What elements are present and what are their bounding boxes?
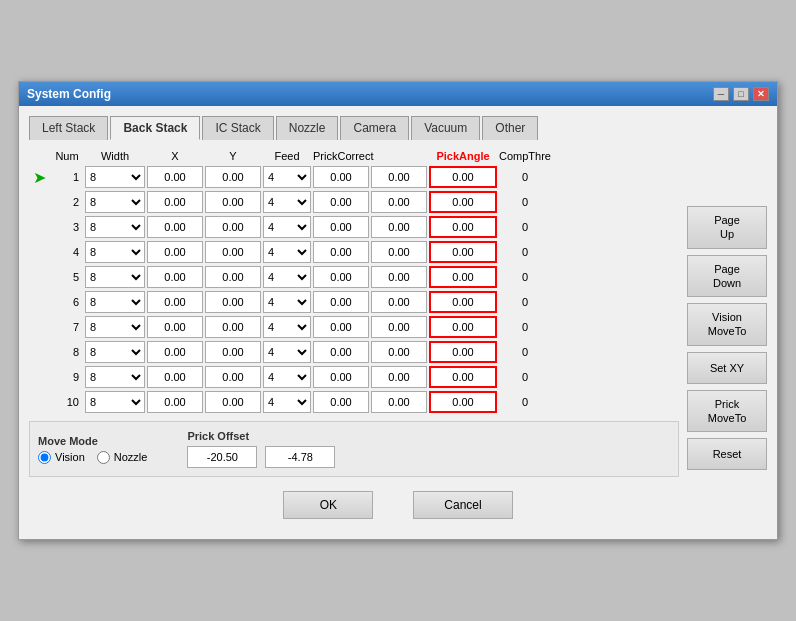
col-feed: Feed	[263, 150, 311, 162]
feed-select[interactable]: 24812	[263, 366, 311, 388]
prick-correct-2[interactable]	[371, 341, 427, 363]
page-down-button[interactable]: PageDown	[687, 255, 767, 298]
pick-angle-input[interactable]	[429, 266, 497, 288]
x-input[interactable]	[147, 341, 203, 363]
prick-offset-y[interactable]	[265, 446, 335, 468]
prick-correct-2[interactable]	[371, 191, 427, 213]
prick-correct-2[interactable]	[371, 216, 427, 238]
width-select[interactable]: 48121624	[85, 316, 145, 338]
y-input[interactable]	[205, 166, 261, 188]
prick-correct-1[interactable]	[313, 166, 369, 188]
prick-correct-2[interactable]	[371, 316, 427, 338]
width-select[interactable]: 48121624	[85, 291, 145, 313]
pick-angle-input[interactable]	[429, 316, 497, 338]
ok-button[interactable]: OK	[283, 491, 373, 519]
width-select[interactable]: 48121624	[85, 366, 145, 388]
reset-button[interactable]: Reset	[687, 438, 767, 470]
pick-angle-input[interactable]	[429, 241, 497, 263]
x-input[interactable]	[147, 291, 203, 313]
close-button[interactable]: ✕	[753, 87, 769, 101]
nozzle-radio[interactable]	[97, 451, 110, 464]
pick-angle-input[interactable]	[429, 391, 497, 413]
width-select[interactable]: 48121624	[85, 341, 145, 363]
prick-correct-2[interactable]	[371, 366, 427, 388]
width-select[interactable]: 48121624	[85, 216, 145, 238]
pick-angle-input[interactable]	[429, 366, 497, 388]
feed-select[interactable]: 24812	[263, 191, 311, 213]
y-input[interactable]	[205, 266, 261, 288]
vision-radio-label[interactable]: Vision	[38, 451, 85, 464]
cancel-button[interactable]: Cancel	[413, 491, 512, 519]
prick-correct-1[interactable]	[313, 191, 369, 213]
tab-ic-stack[interactable]: IC Stack	[202, 116, 273, 140]
y-input[interactable]	[205, 241, 261, 263]
vision-move-to-button[interactable]: VisionMoveTo	[687, 303, 767, 346]
x-input[interactable]	[147, 391, 203, 413]
prick-offset-x[interactable]	[187, 446, 257, 468]
pick-angle-input[interactable]	[429, 191, 497, 213]
prick-correct-1[interactable]	[313, 366, 369, 388]
nozzle-radio-label[interactable]: Nozzle	[97, 451, 148, 464]
pick-angle-input[interactable]	[429, 216, 497, 238]
comp-thre-value: 0	[499, 396, 551, 408]
tab-back-stack[interactable]: Back Stack	[110, 116, 200, 140]
page-up-button[interactable]: PageUp	[687, 206, 767, 249]
x-input[interactable]	[147, 316, 203, 338]
y-input[interactable]	[205, 216, 261, 238]
x-input[interactable]	[147, 366, 203, 388]
tab-other[interactable]: Other	[482, 116, 538, 140]
x-input[interactable]	[147, 266, 203, 288]
x-input[interactable]	[147, 216, 203, 238]
y-input[interactable]	[205, 291, 261, 313]
feed-select[interactable]: 24812	[263, 341, 311, 363]
prick-move-to-button[interactable]: PrickMoveTo	[687, 390, 767, 433]
prick-correct-2[interactable]	[371, 166, 427, 188]
y-input[interactable]	[205, 191, 261, 213]
tab-camera[interactable]: Camera	[340, 116, 409, 140]
pick-angle-input[interactable]	[429, 291, 497, 313]
feed-select[interactable]: 24812	[263, 216, 311, 238]
prick-correct-1[interactable]	[313, 266, 369, 288]
pick-angle-input[interactable]	[429, 341, 497, 363]
minimize-button[interactable]: ─	[713, 87, 729, 101]
feed-select[interactable]: 24812	[263, 241, 311, 263]
feed-select[interactable]: 24812	[263, 316, 311, 338]
tab-vacuum[interactable]: Vacuum	[411, 116, 480, 140]
maximize-button[interactable]: □	[733, 87, 749, 101]
prick-correct-1[interactable]	[313, 391, 369, 413]
vision-label: Vision	[55, 451, 85, 463]
pick-angle-input[interactable]	[429, 166, 497, 188]
prick-correct-1[interactable]	[313, 291, 369, 313]
x-input[interactable]	[147, 241, 203, 263]
y-input[interactable]	[205, 391, 261, 413]
width-select[interactable]: 48121624	[85, 266, 145, 288]
row-num: 3	[51, 221, 83, 233]
tab-left-stack[interactable]: Left Stack	[29, 116, 108, 140]
width-select[interactable]: 48121624	[85, 166, 145, 188]
width-select[interactable]: 48121624	[85, 191, 145, 213]
prick-correct-1[interactable]	[313, 341, 369, 363]
feed-select[interactable]: 24812	[263, 166, 311, 188]
prick-correct-1[interactable]	[313, 241, 369, 263]
prick-correct-1[interactable]	[313, 316, 369, 338]
feed-select[interactable]: 24812	[263, 391, 311, 413]
vision-radio[interactable]	[38, 451, 51, 464]
feed-select[interactable]: 24812	[263, 266, 311, 288]
y-input[interactable]	[205, 316, 261, 338]
width-select[interactable]: 48121624	[85, 241, 145, 263]
set-xy-button[interactable]: Set XY	[687, 352, 767, 384]
content-area: Left Stack Back Stack IC Stack Nozzle Ca…	[19, 106, 777, 539]
x-input[interactable]	[147, 191, 203, 213]
width-select[interactable]: 48121624	[85, 391, 145, 413]
prick-correct-2[interactable]	[371, 391, 427, 413]
prick-correct-2[interactable]	[371, 241, 427, 263]
y-input[interactable]	[205, 366, 261, 388]
feed-select[interactable]: 24812	[263, 291, 311, 313]
y-input[interactable]	[205, 341, 261, 363]
x-input[interactable]	[147, 166, 203, 188]
prick-correct-2[interactable]	[371, 266, 427, 288]
row-num: 10	[51, 396, 83, 408]
prick-correct-2[interactable]	[371, 291, 427, 313]
prick-correct-1[interactable]	[313, 216, 369, 238]
tab-nozzle[interactable]: Nozzle	[276, 116, 339, 140]
